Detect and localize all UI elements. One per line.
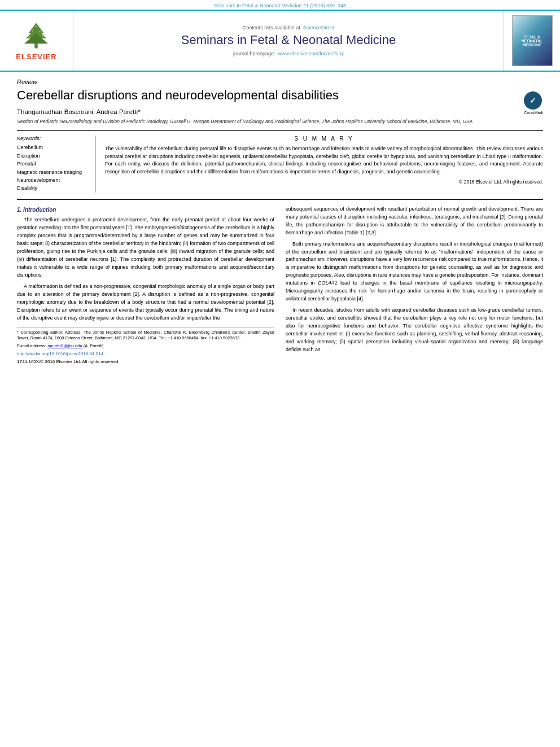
keyword-prenatal: Prenatal [17, 160, 91, 168]
svg-text:✓: ✓ [530, 96, 536, 105]
keywords-summary-section: Keywords: Cerebellum Disruption Prenatal… [17, 136, 543, 192]
citation-text: Seminars in Fetal & Neonatal Medicine 21… [214, 3, 346, 8]
homepage-line: journal homepage: www.elsevier.com/locat… [233, 51, 344, 56]
keyword-disruption: Disruption [17, 152, 91, 160]
homepage-label: journal homepage: [233, 51, 275, 56]
elsevier-logo-section: ELSEVIER [0, 11, 73, 71]
elsevier-tree-icon [16, 20, 56, 51]
journal-citation: Seminars in Fetal & Neonatal Medicine 21… [0, 0, 560, 10]
article-title: Cerebellar disruptions and neurodevelopm… [17, 88, 543, 104]
svg-point-5 [32, 30, 34, 32]
body-left-column: 1. Introduction The cerebellum undergoes… [17, 206, 274, 366]
right-para-3: In recent decades, studies from adults w… [286, 307, 543, 354]
body-columns: 1. Introduction The cerebellum undergoes… [17, 206, 543, 366]
sciencedirect-link[interactable]: ScienceDirect [303, 25, 335, 30]
corresponding-author-note: * Corresponding author. Address: The Joh… [17, 330, 274, 342]
contents-label: Contents lists available at [243, 25, 300, 30]
summary-section: S U M M A R Y The vulnerability of the c… [105, 136, 543, 192]
homepage-link[interactable]: www.elsevier.com/locate/siny [278, 51, 344, 56]
keyword-disability: Disability [17, 184, 91, 192]
authors-section: Thangamadhan Bosemani, Andrea Poretti* ✓… [17, 108, 543, 115]
crossmark-label: CrossMark [524, 111, 543, 115]
journal-cover-image: FETAL &NEONATALMEDICINE [512, 15, 553, 66]
keywords-label: Keywords: [17, 136, 91, 141]
contents-available-line: Contents lists available at ScienceDirec… [243, 25, 335, 30]
journal-name: Seminars in Fetal & Neonatal Medicine [181, 33, 396, 47]
header-separator [17, 130, 543, 131]
keyword-mri: Magnetic resonance imaging [17, 168, 91, 176]
article-type-label: Review [17, 78, 543, 85]
article-content: Review Cerebellar disruptions and neurod… [0, 72, 560, 373]
author-affiliation: Section of Pediatric Neuroradiology and … [17, 119, 543, 125]
keyword-neurodevelopment: Neurodevelopment [17, 176, 91, 184]
issn-line: 1744-165X/© 2016 Elsevier Ltd. All right… [17, 359, 274, 365]
svg-point-7 [36, 26, 37, 28]
journal-header: ELSEVIER Contents lists available at Sci… [0, 10, 560, 72]
footnote-separator [17, 327, 274, 327]
authors-list: Thangamadhan Bosemani, Andrea Poretti* [17, 108, 543, 115]
right-para-2: Both primary malformations and acquired/… [286, 241, 543, 304]
svg-point-6 [40, 31, 41, 33]
elsevier-logo: ELSEVIER [16, 20, 56, 61]
elsevier-wordmark: ELSEVIER [16, 53, 56, 61]
svg-point-9 [42, 35, 44, 37]
journal-title-section: Contents lists available at ScienceDirec… [73, 11, 504, 71]
cover-text: FETAL &NEONATALMEDICINE [522, 35, 543, 47]
svg-point-8 [29, 36, 30, 38]
crossmark-icon: ✓ [524, 91, 542, 110]
body-right-column: subsequent sequences of development with… [286, 206, 543, 366]
keywords-section: Keywords: Cerebellum Disruption Prenatal… [17, 136, 96, 192]
author-email-link[interactable]: apuretti1@jhu.edu [47, 343, 82, 348]
body-separator [17, 199, 543, 200]
introduction-heading: 1. Introduction [17, 206, 274, 215]
intro-para-2: A malformation is defined as a non-progr… [17, 283, 274, 322]
copyright-notice: © 2016 Elsevier Ltd. All rights reserved… [105, 179, 543, 185]
doi-link[interactable]: http://dx.doi.org/10.1016/j.siny.2016.04… [17, 351, 274, 357]
right-para-1: subsequent sequences of development with… [286, 206, 543, 237]
summary-heading: S U M M A R Y [105, 136, 543, 142]
keyword-cerebellum: Cerebellum [17, 143, 91, 151]
email-footnote: E-mail address: apuretti1@jhu.edu (A. Po… [17, 343, 274, 350]
cover-image-section: FETAL &NEONATALMEDICINE [504, 11, 560, 71]
summary-body: The vulnerability of the cerebellum duri… [105, 145, 543, 176]
intro-para-1: The cerebellum undergoes a protracted de… [17, 216, 274, 279]
page: Seminars in Fetal & Neonatal Medicine 21… [0, 0, 560, 747]
crossmark-container: ✓ CrossMark [524, 91, 543, 115]
